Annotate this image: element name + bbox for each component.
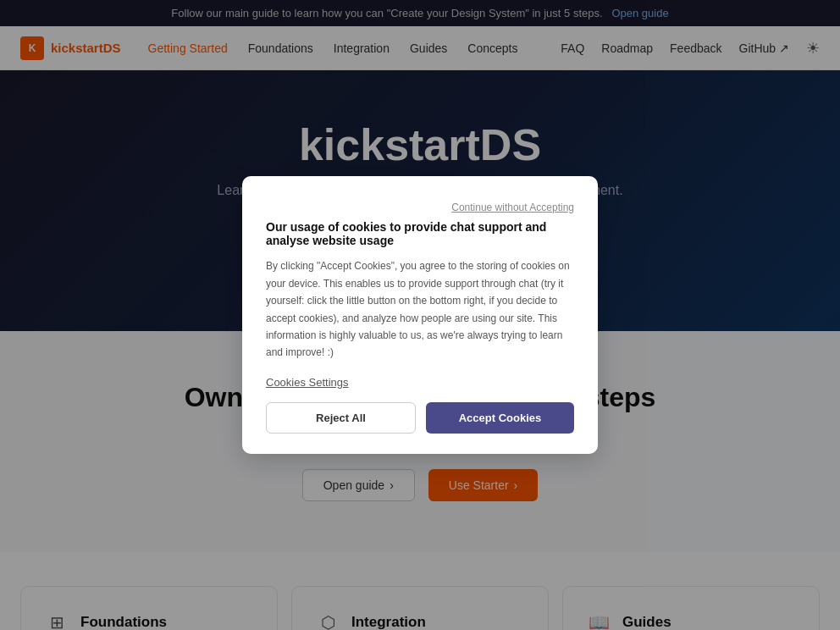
cookie-modal-body: By clicking "Accept Cookies", you agree …: [266, 257, 574, 361]
modal-top-link-container: Continue without Accepting: [266, 200, 574, 213]
reject-all-btn[interactable]: Reject All: [266, 402, 416, 434]
continue-without-accepting[interactable]: Continue without Accepting: [451, 202, 574, 213]
cookie-modal-buttons: Reject All Accept Cookies: [266, 402, 574, 434]
cookies-settings-link[interactable]: Cookies Settings: [266, 376, 349, 389]
cookie-modal: Continue without Accepting Our usage of …: [242, 176, 598, 453]
cookie-modal-title: Our usage of cookies to provide chat sup…: [266, 220, 574, 247]
accept-cookies-btn[interactable]: Accept Cookies: [426, 402, 574, 434]
modal-overlay: Continue without Accepting Our usage of …: [0, 0, 840, 630]
